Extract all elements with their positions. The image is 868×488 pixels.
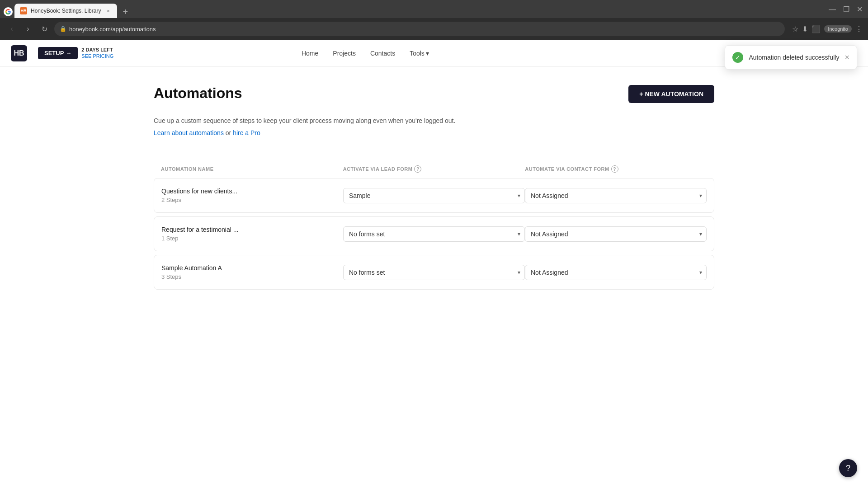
see-pricing-link[interactable]: SEE PRICING <box>81 53 113 59</box>
main-navigation: Home Projects Contacts Tools ▾ <box>302 50 429 57</box>
back-button[interactable]: ‹ <box>5 23 18 35</box>
browser-chrome: HB HoneyBook: Settings, Library × + — ❐ … <box>0 0 868 40</box>
table-row: Request for a testimonial ... 1 Step No … <box>154 216 714 251</box>
toast-notification: ✓ Automation deleted successfully × <box>725 45 857 70</box>
lead-form-select-2[interactable]: No forms set <box>343 226 525 242</box>
contact-form-dropdown-3: Not Assigned ▾ <box>525 265 707 280</box>
forward-button[interactable]: › <box>22 23 34 35</box>
extensions-button[interactable]: ⬛ <box>811 25 821 33</box>
table-row: Questions for new clients... 2 Steps Sam… <box>154 178 714 213</box>
close-window-button[interactable]: ✕ <box>855 3 864 15</box>
lead-form-dropdown-2: No forms set ▾ <box>343 226 525 242</box>
menu-button[interactable]: ⋮ <box>855 25 863 33</box>
contact-form-select-2[interactable]: Not Assigned <box>525 226 707 242</box>
new-automation-button[interactable]: + NEW AUTOMATION <box>628 85 714 103</box>
bookmark-button[interactable]: ☆ <box>792 25 798 33</box>
nav-projects[interactable]: Projects <box>333 50 356 57</box>
url-bar[interactable]: 🔒 honeybook.com/app/automations <box>54 22 785 36</box>
page-header: Automations Cue up a custom sequence of … <box>154 85 714 151</box>
lead-form-select-3[interactable]: No forms set <box>343 265 525 280</box>
toast-close-button[interactable]: × <box>844 53 849 61</box>
automation-name-3: Sample Automation A <box>161 264 343 272</box>
incognito-badge: Incognito <box>824 25 852 33</box>
google-icon <box>4 7 13 16</box>
page-title: Automations <box>154 85 628 102</box>
setup-section: SETUP → 2 DAYS LEFT SEE PRICING <box>38 47 113 59</box>
column-header-automation-name: AUTOMATION NAME <box>161 165 343 173</box>
contact-form-help-icon[interactable]: ? <box>611 165 618 173</box>
lead-form-dropdown-3: No forms set ▾ <box>343 265 525 280</box>
tab-favicon: HB <box>20 7 27 14</box>
refresh-button[interactable]: ↻ <box>38 23 51 35</box>
lead-form-dropdown-1: Sample ▾ <box>343 188 525 203</box>
toast-message: Automation deleted successfully <box>749 54 839 61</box>
logo: HB <box>11 45 27 61</box>
active-tab[interactable]: HB HoneyBook: Settings, Library × <box>14 4 117 18</box>
contact-form-dropdown-1: Not Assigned ▾ <box>525 188 707 203</box>
table-row: Sample Automation A 3 Steps No forms set… <box>154 255 714 290</box>
chevron-down-icon: ▾ <box>426 50 429 57</box>
maximize-button[interactable]: ❐ <box>841 3 851 15</box>
lead-form-help-icon[interactable]: ? <box>414 165 421 173</box>
column-header-contact-form: AUTOMATE VIA CONTACT FORM ? <box>525 165 707 173</box>
success-icon: ✓ <box>732 52 743 63</box>
learn-about-automations-link[interactable]: Learn about automations <box>154 129 224 136</box>
contact-form-dropdown-2: Not Assigned ▾ <box>525 226 707 242</box>
contact-form-select-1[interactable]: Not Assigned <box>525 188 707 203</box>
nav-contacts[interactable]: Contacts <box>370 50 395 57</box>
description-links: Learn about automations or hire a Pro <box>154 129 628 136</box>
header-text: Automations Cue up a custom sequence of … <box>154 85 628 151</box>
tab-bar: HB HoneyBook: Settings, Library × + — ❐ … <box>0 0 868 18</box>
row-name-col-2: Request for a testimonial ... 1 Step <box>161 226 343 242</box>
minimize-button[interactable]: — <box>827 4 838 15</box>
logo-mark: HB <box>11 45 27 61</box>
tab-title: HoneyBook: Settings, Library <box>31 8 101 14</box>
row-name-col-1: Questions for new clients... 2 Steps <box>161 188 343 203</box>
nav-tools[interactable]: Tools ▾ <box>410 50 429 57</box>
automation-name-2: Request for a testimonial ... <box>161 226 343 233</box>
browser-actions: ☆ ⬇ ⬛ Incognito ⋮ <box>792 25 863 33</box>
automation-name-1: Questions for new clients... <box>161 188 343 195</box>
window-controls: — ❐ ✕ <box>827 3 864 18</box>
days-left-text: 2 DAYS LEFT <box>81 47 113 53</box>
table-header: AUTOMATION NAME ACTIVATE VIA LEAD FORM ?… <box>154 162 714 176</box>
download-button[interactable]: ⬇ <box>802 25 808 33</box>
automation-steps-1: 2 Steps <box>161 197 343 203</box>
row-name-col-3: Sample Automation A 3 Steps <box>161 264 343 280</box>
automation-steps-2: 1 Step <box>161 235 343 242</box>
address-bar: ‹ › ↻ 🔒 honeybook.com/app/automations ☆ … <box>0 18 868 40</box>
lead-form-select-1[interactable]: Sample <box>343 188 525 203</box>
url-text: honeybook.com/app/automations <box>69 26 156 33</box>
nav-home[interactable]: Home <box>302 50 318 57</box>
new-tab-button[interactable]: + <box>119 5 132 18</box>
setup-button[interactable]: SETUP → <box>38 47 78 59</box>
lock-icon: 🔒 <box>60 26 66 32</box>
page-description: Cue up a custom sequence of steps to kee… <box>154 116 628 126</box>
tab-close-button[interactable]: × <box>104 7 112 14</box>
help-fab-button[interactable]: ? <box>839 459 857 477</box>
column-header-lead-form: ACTIVATE VIA LEAD FORM ? <box>343 165 525 173</box>
automation-steps-3: 3 Steps <box>161 273 343 280</box>
hire-a-pro-link[interactable]: hire a Pro <box>233 129 260 136</box>
setup-info: 2 DAYS LEFT SEE PRICING <box>81 47 113 59</box>
main-content: Automations Cue up a custom sequence of … <box>118 67 750 311</box>
contact-form-select-3[interactable]: Not Assigned <box>525 265 707 280</box>
app-container: HB SETUP → 2 DAYS LEFT SEE PRICING Home … <box>0 40 868 488</box>
